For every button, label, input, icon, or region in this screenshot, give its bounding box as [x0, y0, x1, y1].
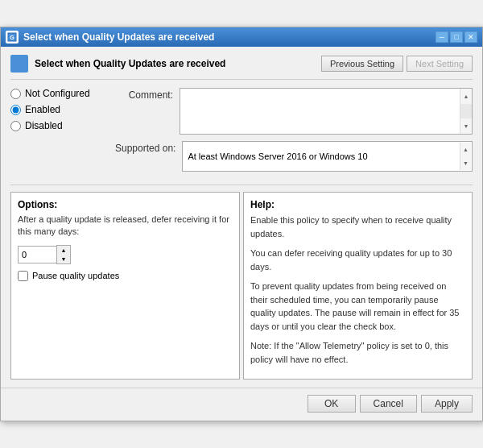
supported-on-label: Supported on:	[115, 141, 182, 154]
left-panel: Not Configured Enabled Disabled	[10, 88, 115, 178]
radio-group: Not Configured Enabled Disabled	[10, 88, 109, 131]
radio-disabled[interactable]: Disabled	[10, 120, 109, 131]
pause-label: Pause quality updates	[32, 271, 119, 280]
supported-on-row: Supported on: At least Windows Server 20…	[115, 141, 473, 172]
options-description: After a quality update is released, defe…	[18, 214, 233, 239]
supported-on-box: At least Windows Server 2016 or Windows …	[182, 141, 473, 172]
cancel-button[interactable]: Cancel	[360, 395, 417, 413]
radio-disabled-label: Disabled	[25, 120, 63, 131]
title-bar: G Select when Quality Updates are receiv…	[1, 27, 482, 47]
bottom-panels: Options: After a quality update is relea…	[10, 185, 473, 380]
help-para-3: To prevent quality updates from being re…	[250, 280, 465, 333]
help-panel: Help: Enable this policy to specify when…	[243, 192, 473, 380]
svg-text:G: G	[10, 35, 14, 40]
main-section: Not Configured Enabled Disabled Comment:	[10, 88, 473, 178]
radio-not-configured-label: Not Configured	[25, 88, 90, 99]
radio-not-configured-input[interactable]	[10, 89, 21, 99]
supported-on-content: At least Windows Server 2016 or Windows …	[182, 141, 473, 172]
previous-setting-button[interactable]: Previous Setting	[321, 56, 403, 72]
dialog-header-left: Select when Quality Updates are received	[10, 55, 225, 73]
comment-label: Comment:	[115, 88, 180, 101]
radio-enabled-label: Enabled	[25, 104, 60, 115]
comment-textarea[interactable]	[180, 89, 459, 134]
pause-checkbox-row[interactable]: Pause quality updates	[18, 271, 233, 281]
supported-on-scroll-up[interactable]: ▲	[460, 143, 471, 156]
apply-button[interactable]: Apply	[421, 395, 473, 413]
spinner-up-button[interactable]: ▲	[57, 246, 70, 255]
defer-days-input[interactable]	[18, 246, 56, 263]
comment-row: Comment: ▲ ▼	[115, 88, 473, 135]
supported-on-scrollbar: ▲ ▼	[460, 143, 471, 170]
pause-checkbox[interactable]	[18, 271, 28, 281]
dialog-body: Select when Quality Updates are received…	[1, 47, 482, 388]
title-bar-text: Select when Quality Updates are received	[23, 31, 436, 43]
spinner-row: ▲ ▼	[18, 245, 233, 264]
comment-scroll-up[interactable]: ▲	[460, 89, 472, 104]
comment-scroll-down[interactable]: ▼	[460, 118, 472, 134]
supported-on-scroll-down[interactable]: ▼	[460, 156, 471, 170]
options-panel: Options: After a quality update is relea…	[10, 192, 240, 380]
dialog-header-buttons: Previous Setting Next Setting	[321, 56, 473, 72]
radio-not-configured[interactable]: Not Configured	[10, 88, 109, 99]
radio-enabled[interactable]: Enabled	[10, 104, 109, 115]
dialog-header: Select when Quality Updates are received…	[10, 55, 473, 80]
help-para-2: You can defer receiving quality updates …	[250, 247, 465, 273]
dialog-footer: OK Cancel Apply	[1, 388, 482, 421]
help-text: Enable this policy to specify when to re…	[250, 214, 465, 366]
help-para-4: Note: If the "Allow Telemetry" policy is…	[250, 339, 465, 366]
options-title: Options:	[18, 199, 233, 210]
minimize-button[interactable]: ─	[436, 31, 448, 43]
right-panel: Comment: ▲ ▼ Support	[115, 88, 473, 178]
next-setting-button[interactable]: Next Setting	[407, 56, 473, 72]
comment-field-content: ▲ ▼	[180, 88, 473, 135]
dialog-header-icon	[10, 55, 28, 73]
radio-enabled-input[interactable]	[10, 105, 21, 115]
radio-disabled-input[interactable]	[10, 121, 21, 131]
ok-button[interactable]: OK	[308, 395, 356, 413]
help-title: Help:	[250, 199, 465, 210]
spinner-buttons: ▲ ▼	[56, 245, 71, 264]
title-bar-icon: G	[6, 31, 19, 44]
help-para-1: Enable this policy to specify when to re…	[250, 214, 465, 240]
close-button[interactable]: ✕	[464, 31, 477, 43]
spinner-down-button[interactable]: ▼	[57, 255, 70, 263]
dialog-window: G Select when Quality Updates are receiv…	[0, 27, 483, 421]
supported-on-value: At least Windows Server 2016 or Windows …	[188, 151, 467, 161]
dialog-title: Select when Quality Updates are received	[35, 58, 225, 69]
maximize-button[interactable]: □	[450, 31, 463, 43]
title-bar-controls: ─ □ ✕	[436, 31, 477, 43]
